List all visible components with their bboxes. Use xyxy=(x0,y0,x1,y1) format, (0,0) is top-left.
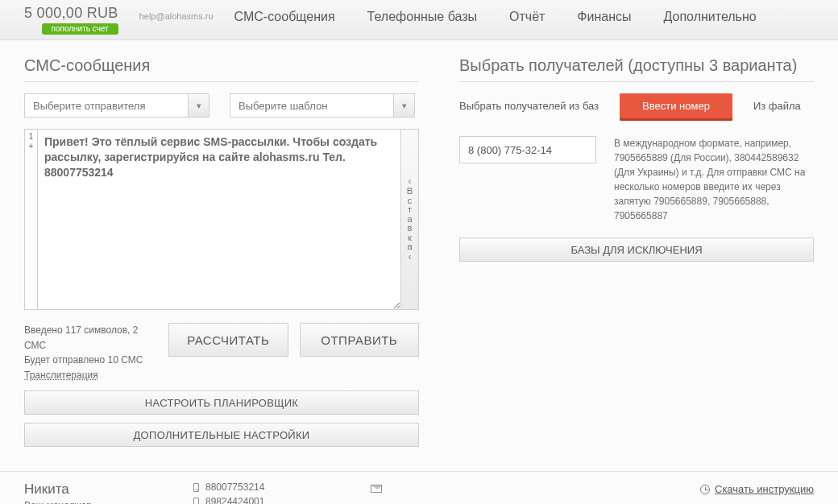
meta-chars: Введено 117 символов, 2 СМС xyxy=(24,323,157,353)
content: СМС-сообщения ▾ ▾ 1 + xyxy=(0,40,838,471)
sender-dropdown-toggle[interactable]: ▾ xyxy=(189,93,210,118)
footer: Никита Ваш менеджер 88007753214 89824424… xyxy=(0,471,838,504)
chevron-down-icon: ▾ xyxy=(197,101,201,111)
insert-label-vertical: ‹ Вставка ‹ xyxy=(407,176,413,262)
balance-block: 5 000,00 RUB пополнить счет xyxy=(24,5,118,35)
download-instruction-link[interactable]: Скачать инструкцию xyxy=(715,483,814,495)
phone-icon xyxy=(193,483,199,492)
clock-icon xyxy=(700,485,710,494)
nav-finance[interactable]: Финансы xyxy=(577,10,631,24)
send-button[interactable]: ОТПРАВИТЬ xyxy=(300,323,420,357)
recipients-title: Выбрать получателей (доступны 3 варианта… xyxy=(459,56,814,82)
balance-amount: 5 000,00 RUB xyxy=(24,5,118,22)
tab-enter-number[interactable]: Ввести номер xyxy=(620,93,732,118)
help-email[interactable]: help@alohasms.ru xyxy=(139,11,214,21)
meta-sent: Будет отправлено 10 СМС xyxy=(24,353,157,368)
tab-from-file[interactable]: Из файла xyxy=(753,100,801,112)
message-counter: 1 + xyxy=(24,129,37,310)
scheduler-button[interactable]: НАСТРОИТЬ ПЛАНИРОВЩИК xyxy=(24,390,419,415)
mail-icon[interactable] xyxy=(371,485,382,493)
nav-report[interactable]: Отчёт xyxy=(509,10,545,24)
transliteration-link[interactable]: Транслитерация xyxy=(24,370,98,381)
recipients-panel: Выбрать получателей (доступны 3 варианта… xyxy=(459,56,814,447)
message-editor: 1 + ‹ Вставка ‹ xyxy=(24,129,419,310)
main-nav: СМС-сообщения Телефонные базы Отчёт Фина… xyxy=(234,10,814,24)
nav-bases[interactable]: Телефонные базы xyxy=(367,10,477,24)
insert-panel-toggle[interactable]: ‹ Вставка ‹ xyxy=(401,129,419,310)
manager-name: Никита xyxy=(24,481,193,498)
counter-add-icon[interactable]: + xyxy=(25,142,37,151)
top-header: 5 000,00 RUB пополнить счет help@alohasm… xyxy=(0,0,838,40)
phone-hint: В международном формате, например, 79056… xyxy=(614,136,814,223)
additional-settings-button[interactable]: ДОПОЛНИТЕЛЬНЫЕ НАСТРОЙКИ xyxy=(24,423,419,447)
message-meta: Введено 117 символов, 2 СМС Будет отправ… xyxy=(24,323,157,382)
sender-combo[interactable]: ▾ xyxy=(24,93,210,118)
sms-panel: СМС-сообщения ▾ ▾ 1 + xyxy=(24,56,419,447)
phone-input[interactable] xyxy=(459,136,596,163)
sms-panel-title: СМС-сообщения xyxy=(24,56,419,82)
template-combo[interactable]: ▾ xyxy=(230,93,415,118)
topup-button[interactable]: пополнить счет xyxy=(42,23,118,35)
manager-label: Ваш менеджер xyxy=(24,500,193,504)
nav-extra[interactable]: Дополнительно xyxy=(664,10,757,24)
phone-icon xyxy=(193,498,199,504)
footer-phone1: 88007753214 xyxy=(205,481,264,493)
message-textarea[interactable] xyxy=(37,129,401,310)
recipients-tabs: Выбрать получателей из баз Ввести номер … xyxy=(459,93,814,118)
template-dropdown-toggle[interactable]: ▾ xyxy=(394,93,415,118)
sender-input[interactable] xyxy=(24,93,189,118)
tab-from-bases[interactable]: Выбрать получателей из баз xyxy=(459,100,599,112)
footer-phone2: 89824424001 xyxy=(205,496,264,504)
chevron-down-icon: ▾ xyxy=(402,101,407,111)
chevron-left-icon: ‹ xyxy=(409,252,412,262)
template-input[interactable] xyxy=(230,93,394,118)
counter-current: 1 xyxy=(25,132,37,142)
footer-phones: 88007753214 89824424001 xyxy=(193,481,371,504)
calculate-button[interactable]: РАССЧИТАТЬ xyxy=(168,323,288,357)
exclusion-bases-button[interactable]: БАЗЫ ДЛЯ ИСКЛЮЧЕНИЯ xyxy=(459,238,814,262)
nav-sms[interactable]: СМС-сообщения xyxy=(234,10,335,24)
